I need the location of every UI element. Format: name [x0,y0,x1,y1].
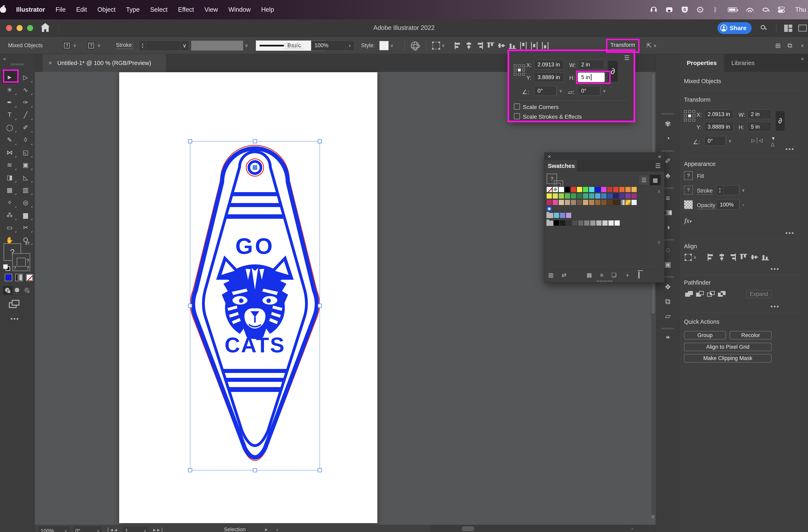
scale-strokes-checkbox[interactable] [514,113,520,119]
battery-icon[interactable] [728,7,737,12]
panel-menu-icon[interactable]: ☰ [624,54,630,61]
delete-swatch-icon[interactable] [638,272,640,278]
gradient-tool[interactable]: ▥ [18,184,34,196]
eraser-tool[interactable]: ◊ [18,134,34,146]
constrain-proportions-icon[interactable]: ∂ [608,61,618,82]
swatch-color[interactable] [584,220,590,226]
document-tab[interactable]: × Untitled-1* @ 100 % (RGB/Preview) [43,54,166,72]
fx-button[interactable]: fx▾ [684,217,692,224]
swatch-color[interactable] [571,193,576,199]
swap-fill-stroke-icon[interactable]: ⇄ [25,240,30,246]
first-artboard-icon[interactable]: ❘◂ ◂ [106,527,117,532]
none-mode-button[interactable] [25,273,34,282]
stroke-color-widget[interactable]: ?∨ [87,37,102,54]
swatch-libraries-icon[interactable]: ▥ [548,272,553,278]
swatch-color[interactable] [577,193,582,199]
spotlight-icon[interactable] [763,8,769,12]
align-vertical-bottom-icon[interactable] [762,253,769,261]
paintbrush-tool[interactable]: ✐ [18,121,34,134]
align-more-options[interactable]: ••• [770,265,780,273]
swatch-color[interactable] [583,193,588,199]
scroll-up-icon[interactable]: ∧ [657,189,661,194]
bluetooth-icon[interactable]: ᛒ [713,6,718,14]
swatch-color[interactable] [560,212,565,218]
x-field[interactable]: 2.0913 in [534,60,564,70]
direct-selection-tool[interactable]: ▷ [18,71,34,83]
magic-wand-tool[interactable]: ✳ [2,83,18,96]
canvas[interactable]: ∨ [35,72,656,525]
w-field[interactable]: 2 in [578,60,604,70]
shaper-tool[interactable]: ✎ [2,134,18,146]
opacity-widget[interactable]: 100% › [311,37,354,54]
headphones-icon[interactable] [650,7,657,12]
swatch-color[interactable] [631,187,637,192]
swatch-color[interactable] [560,220,565,226]
rotate-field[interactable]: 0° [704,136,726,146]
shield-s-icon[interactable]: S [682,7,688,13]
reference-point-selector[interactable] [514,64,525,76]
gradient-mode-button[interactable] [15,273,23,282]
width-tool[interactable]: ≋ [2,159,18,171]
y-field[interactable]: 3.8889 in [704,122,734,132]
opacity-field[interactable]: 100% [716,200,739,209]
shear-field[interactable]: 0° [578,86,600,96]
swatch-color[interactable] [566,212,571,218]
pen-tool[interactable]: ✒ [2,96,18,109]
draw-behind-button[interactable] [13,286,22,295]
swatch-gradient-orange[interactable] [625,200,631,205]
align-horizontal-center-icon[interactable] [465,42,473,49]
scroll-down-icon[interactable]: ∨ [657,239,661,245]
pathfinder-more-options[interactable]: ••• [770,303,780,310]
unite-icon[interactable] [685,291,693,298]
align-horizontal-center-icon[interactable] [718,253,726,261]
swatch-color[interactable] [552,193,558,199]
edit-toolbar-icon[interactable]: ••• [11,316,19,322]
swatch-color[interactable] [558,200,564,205]
swatch-color[interactable] [554,220,559,226]
swatch-color[interactable] [554,212,559,218]
swatch-color[interactable] [577,200,582,205]
swatch-color[interactable] [572,220,577,226]
asset-export-icon[interactable]: ▱ [656,310,680,322]
swatch-color[interactable] [577,187,582,192]
swatch-color[interactable] [601,200,607,205]
stroke-width-field[interactable] [723,185,739,195]
wifi-icon[interactable] [747,7,753,12]
appearance-more-options[interactable]: ••• [785,229,795,237]
align-vertical-center-icon[interactable] [498,42,505,49]
curvature-tool[interactable]: ✑ [18,96,34,109]
align-vertical-center-icon[interactable] [751,253,758,261]
swatch-themes-icon[interactable]: ⇄ [562,272,566,278]
color-group-folder-icon[interactable] [546,213,553,218]
swatch-color[interactable] [565,187,570,192]
menu-edit[interactable]: Edit [76,6,87,13]
swatch-options-icon[interactable]: ≡ [600,272,603,278]
color-panel-icon[interactable]: ✾ [656,118,680,130]
properties-toggle-icon[interactable]: ⧉ [788,42,792,49]
y-field[interactable]: 3.8889 in [534,73,564,82]
h-field-active[interactable]: 5 in [578,73,605,82]
symbol-sprayer-tool[interactable]: ⁂ [2,209,18,221]
keychain-artwork[interactable]: GO [186,137,327,472]
stroke-width-widget[interactable]: ∧∨ ∨ [139,37,189,54]
align-to-pixel-grid-button[interactable]: Align to Pixel Grid [684,343,772,351]
swatch-color[interactable] [589,200,594,205]
swatch-color[interactable] [595,187,601,192]
vertical-scrollbar[interactable] [651,73,655,516]
apple-menu-icon[interactable] [0,7,6,13]
fill-swatch[interactable]: ? [684,171,693,180]
opacity-expand-icon[interactable]: › [739,200,747,209]
swatch-transparency-pattern[interactable] [631,200,637,205]
align-to-icon[interactable]: ∨ [685,254,698,261]
shape-builder-tool[interactable]: ◨ [2,171,18,184]
stroke-swatch[interactable]: ? [684,186,693,194]
mesh-tool[interactable]: ▦ [2,184,18,196]
swatch-color[interactable] [613,200,619,205]
rotation-dropdown[interactable]: 0°∨ [72,526,103,532]
list-view-button[interactable]: ☰ [639,175,649,185]
opacity-label[interactable]: Opacity: [284,37,304,54]
scale-corners-checkbox[interactable] [514,103,520,110]
swatch-color[interactable] [558,187,564,192]
swatch-color[interactable] [546,200,552,205]
rotate-dropdown-icon[interactable]: ∨ [726,136,734,146]
